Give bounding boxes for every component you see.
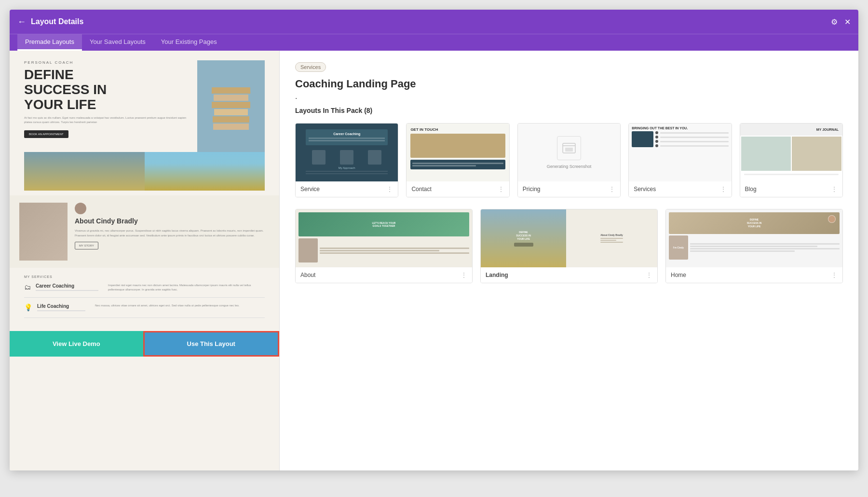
services-more-icon[interactable]: ⋮ [720, 185, 727, 193]
landing-card-footer: Landing ⋮ [481, 267, 657, 283]
about-avatar [75, 203, 86, 214]
generating-screenshot-box: Generating Screenshot [518, 124, 620, 181]
home-card-label: Home [671, 272, 686, 278]
pricing-card-label: Pricing [523, 186, 541, 193]
layout-card-blog[interactable]: MY JOURNAL Blog [740, 123, 843, 197]
career-coaching-title: Career Coaching [36, 283, 98, 289]
services-badge: Services [295, 62, 326, 72]
layout-card-contact[interactable]: GET IN TOUCH Contact ⋮ [406, 123, 509, 197]
preview-about: About Cindy Bradly Vivamus ut gravida mi… [10, 195, 279, 268]
settings-icon[interactable]: ⚙ [831, 17, 838, 27]
preview-container: PERSONAL COACH DEFINESUCCESS INYOUR LIFE… [10, 51, 279, 357]
landing-thumbnail: DEFINESUCCESS INYOUR LIFE About Cindy Br… [481, 209, 657, 267]
layouts-in-pack-label: Layouts In This Pack (8) [295, 107, 843, 114]
life-coaching-desc: Nec massa, ultrices vitae ornare sit ame… [95, 304, 265, 308]
about-card-footer: About ⋮ [296, 267, 472, 283]
service-card-footer: Service ⋮ [296, 181, 398, 197]
services-card-label: Services [634, 186, 656, 193]
personal-coach-label: PERSONAL COACH [24, 60, 192, 65]
service-more-icon[interactable]: ⋮ [386, 185, 393, 193]
generating-icon [557, 136, 581, 160]
hero-body-text: At faci mo quis ac dis nullam. Eget nunc… [24, 116, 192, 124]
career-coaching-icon: 🗂 [24, 283, 31, 291]
window-title: Layout Details [31, 17, 83, 26]
layouts-grid-row1: Career Coaching My Approach [295, 123, 843, 197]
tab-bar: Premade Layouts Your Saved Layouts Your … [10, 34, 858, 51]
layout-card-pricing[interactable]: Generating Screenshot Pricing ⋮ [517, 123, 621, 197]
tab-existing-pages[interactable]: Your Existing Pages [153, 34, 225, 51]
pack-title: Coaching Landing Page [295, 78, 843, 90]
generating-text: Generating Screenshot [547, 164, 592, 169]
pack-dot: . [295, 92, 843, 101]
title-bar-left: ← Layout Details [17, 17, 83, 27]
svg-rect-1 [565, 148, 573, 152]
tab-saved-layouts[interactable]: Your Saved Layouts [82, 34, 153, 51]
service-item-life: 💡 Life Coaching Nec massa, ultrices vita… [24, 304, 265, 318]
contact-thumbnail: GET IN TOUCH [407, 124, 509, 181]
home-more-icon[interactable]: ⋮ [831, 271, 838, 279]
contact-card-label: Contact [411, 186, 431, 193]
home-card-footer: Home ⋮ [666, 267, 842, 283]
landing-more-icon[interactable]: ⋮ [646, 271, 652, 279]
layout-card-about[interactable]: LET'S REACH YOUR GOALS TOGETHER [295, 209, 473, 283]
title-bar-right: ⚙ ✕ [831, 17, 851, 27]
services-label: MY SERVICES [24, 275, 265, 278]
use-this-layout-button[interactable]: Use This Layout [143, 331, 280, 357]
blog-card-label: Blog [745, 186, 757, 193]
about-thumbnail: LET'S REACH YOUR GOALS TOGETHER [296, 209, 472, 267]
layout-card-service[interactable]: Career Coaching My Approach [295, 123, 398, 197]
life-coaching-icon: 💡 [24, 304, 32, 311]
hero-title: DEFINESUCCESS INYOUR LIFE [24, 68, 192, 112]
preview-buttons: View Live Demo Use This Layout [10, 331, 279, 357]
view-live-demo-button[interactable]: View Live Demo [10, 331, 143, 357]
layout-card-landing[interactable]: DEFINESUCCESS INYOUR LIFE About Cindy Br… [480, 209, 658, 283]
preview-services: MY SERVICES 🗂 Career Coaching Imperdiet … [10, 268, 279, 331]
right-panel: Services Coaching Landing Page . Layouts… [280, 51, 858, 470]
layout-card-home[interactable]: DEFINESUCCESS INYOUR LIFE I'm Cindy [665, 209, 843, 283]
contact-card-footer: Contact ⋮ [407, 181, 509, 197]
preview-hero: PERSONAL COACH DEFINESUCCESS INYOUR LIFE… [10, 51, 279, 195]
blog-more-icon[interactable]: ⋮ [831, 185, 838, 193]
title-bar: ← Layout Details ⚙ ✕ [10, 10, 858, 34]
service-item-career: 🗂 Career Coaching Imperdiet nisl eget ma… [24, 283, 265, 298]
back-arrow-icon[interactable]: ← [17, 17, 26, 27]
life-coaching-title: Life Coaching [37, 304, 85, 309]
my-story-button[interactable]: MY STORY [75, 242, 98, 249]
main-content: PERSONAL COACH DEFINESUCCESS INYOUR LIFE… [10, 51, 858, 470]
about-name: About Cindy Bradly [75, 217, 270, 225]
home-thumbnail: DEFINESUCCESS INYOUR LIFE I'm Cindy [666, 209, 842, 267]
layout-card-services[interactable]: BRINGING OUT THE BEST IN YOU. [628, 123, 732, 197]
service-thumbnail: Career Coaching My Approach [296, 124, 398, 181]
career-coaching-desc: Imperdiet nisl eget mauris nec non dictu… [108, 283, 265, 292]
close-icon[interactable]: ✕ [844, 17, 851, 27]
book-appointment-button[interactable]: BOOK AN APPOINTMENT [24, 130, 68, 138]
contact-more-icon[interactable]: ⋮ [498, 185, 504, 193]
pricing-more-icon[interactable]: ⋮ [609, 185, 615, 193]
left-panel-preview: PERSONAL COACH DEFINESUCCESS INYOUR LIFE… [10, 51, 280, 470]
blog-thumbnail: MY JOURNAL [740, 124, 842, 181]
blog-card-footer: Blog ⋮ [740, 181, 842, 197]
pricing-card-footer: Pricing ⋮ [518, 181, 620, 197]
tab-premade-layouts[interactable]: Premade Layouts [17, 34, 82, 51]
services-card-footer: Services ⋮ [629, 181, 731, 197]
layout-details-window: ← Layout Details ⚙ ✕ Premade Layouts You… [10, 10, 858, 470]
layouts-grid-row2: LET'S REACH YOUR GOALS TOGETHER [295, 209, 843, 283]
about-content: About Cindy Bradly Vivamus ut gravida mi… [75, 203, 270, 249]
landing-card-label: Landing [486, 272, 508, 278]
services-thumbnail: BRINGING OUT THE BEST IN YOU. [629, 124, 731, 181]
about-card-label: About [300, 272, 315, 278]
about-image [19, 203, 68, 261]
about-more-icon[interactable]: ⋮ [461, 271, 467, 279]
about-body: Vivamus ut gravida mi, nec ullamcorper p… [75, 229, 270, 238]
pricing-thumbnail: Generating Screenshot [518, 124, 620, 181]
service-card-label: Service [300, 186, 320, 193]
